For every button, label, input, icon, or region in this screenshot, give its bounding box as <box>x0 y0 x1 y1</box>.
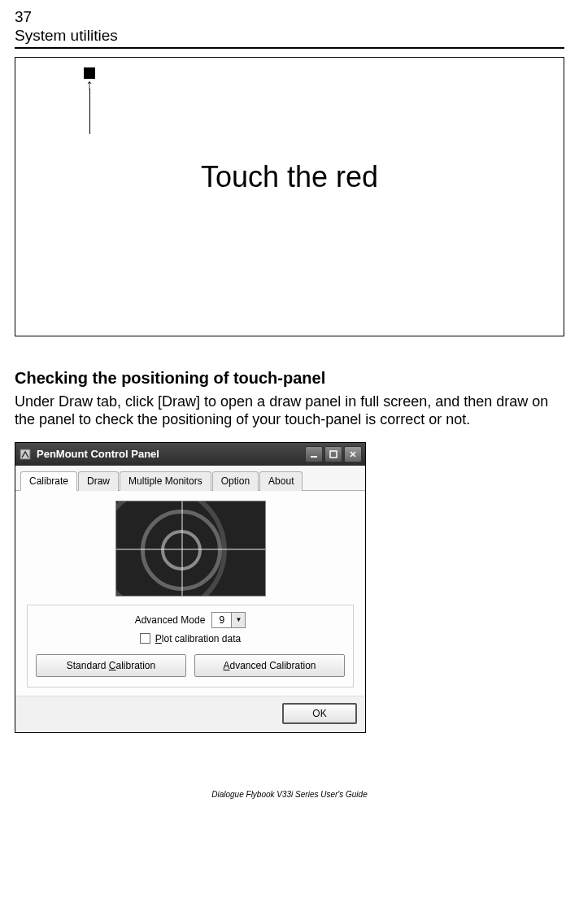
advanced-mode-select[interactable]: 9 ▼ <box>211 612 246 628</box>
dialog-title: PenMount Control Panel <box>37 448 305 460</box>
advanced-mode-label: Advanced Mode <box>135 614 206 626</box>
section-title: System utilities <box>15 27 564 49</box>
chevron-down-icon[interactable]: ▼ <box>232 613 245 627</box>
maximize-button[interactable] <box>324 446 342 462</box>
calibration-instruction: Touch the red <box>15 160 564 194</box>
options-group: Advanced Mode 9 ▼ Plot calibration data … <box>27 605 354 688</box>
calibration-target-icon: ↑ <box>82 67 97 134</box>
arrow-up-icon: ↑ <box>82 80 97 89</box>
tab-row: Calibrate Draw Multiple Monitors Option … <box>15 466 365 491</box>
tab-multiple-monitors[interactable]: Multiple Monitors <box>120 471 211 491</box>
advanced-mode-value: 9 <box>212 613 232 627</box>
plot-calibration-label: Plot calibration data <box>155 633 241 644</box>
page-footer: Dialogue Flybook V33i Series User's Guid… <box>15 790 564 809</box>
tab-about[interactable]: About <box>259 471 303 491</box>
tab-draw[interactable]: Draw <box>78 471 119 491</box>
plot-calibration-checkbox[interactable] <box>140 633 150 644</box>
dialog-footer: OK <box>15 696 365 732</box>
minimize-button[interactable] <box>305 446 323 462</box>
app-icon <box>19 448 32 461</box>
close-button[interactable] <box>344 446 362 462</box>
subsection-heading: Checking the positioning of touch-panel <box>15 369 564 388</box>
ok-button[interactable]: OK <box>282 703 357 724</box>
svg-rect-2 <box>330 451 337 458</box>
subsection-body: Under Draw tab, click [Draw] to open a d… <box>15 393 564 429</box>
standard-calibration-button[interactable]: Standard Calibration <box>36 654 186 677</box>
tab-calibrate[interactable]: Calibrate <box>20 471 77 491</box>
tab-content: Advanced Mode 9 ▼ Plot calibration data … <box>15 491 365 696</box>
calibration-preview-icon <box>115 501 266 596</box>
advanced-calibration-button[interactable]: Advanced Calibration <box>194 654 345 677</box>
tab-option[interactable]: Option <box>212 471 259 491</box>
titlebar: PenMount Control Panel <box>15 443 365 466</box>
penmount-dialog: PenMount Control Panel Calibrate Draw Mu… <box>15 442 366 733</box>
calibration-figure: ↑ Touch the red <box>15 57 564 336</box>
page-number: 37 <box>15 8 564 27</box>
svg-rect-1 <box>311 456 317 458</box>
